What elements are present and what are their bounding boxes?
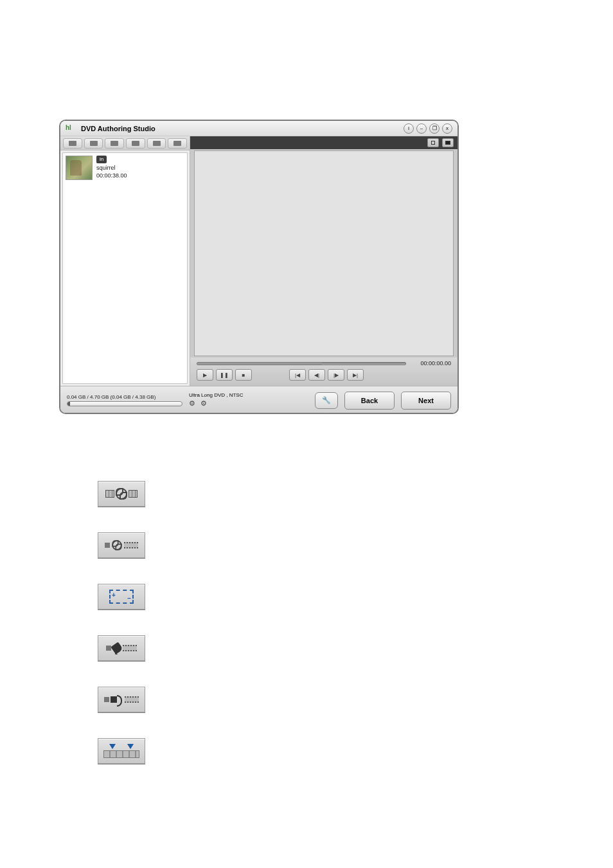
skip-start-button[interactable]: |◀ <box>289 369 306 381</box>
main-area: in squirrel 00:00:38.00 00:00:00.00 <box>60 136 458 386</box>
settings-icon-2[interactable]: ⚙ <box>200 399 209 408</box>
preview-topbar <box>190 136 458 149</box>
step-back-button[interactable]: ◀| <box>308 369 325 381</box>
wrench-icon: 🔧 <box>322 396 331 404</box>
pen-icon <box>111 642 123 654</box>
tab-transition-strip-icon[interactable] <box>84 138 103 149</box>
tab-audio-icon[interactable] <box>147 138 166 149</box>
preview-fullscreen-button[interactable] <box>442 138 454 147</box>
film-right-icon <box>129 490 138 498</box>
filmstrip-icon <box>124 542 138 548</box>
swatch-trim-icon: + − <box>98 584 145 610</box>
filmstrip-icon <box>125 696 139 703</box>
tab-chapter-icon[interactable] <box>168 138 187 149</box>
preview-panel: 00:00:00.00 ▶ ❚❚ ■ |◀ ◀| |▶ ▶| <box>190 136 458 386</box>
app-logo: hl <box>66 124 78 133</box>
swatch-edit-icon <box>98 635 145 661</box>
film-left-icon <box>105 490 114 498</box>
swirl-icon <box>116 488 127 500</box>
swatch-audio-icon <box>98 687 145 712</box>
titlebar: hl DVD Authoring Studio i – ❐ x <box>60 121 458 136</box>
transport-row: ▶ ❚❚ ■ |◀ ◀| |▶ ▶| <box>197 369 451 381</box>
preview-screen[interactable] <box>194 150 454 356</box>
tv-icon <box>445 141 450 145</box>
swirl-icon <box>112 540 121 550</box>
clip-item[interactable]: in squirrel 00:00:38.00 <box>66 156 184 180</box>
plus-icon: + <box>112 592 116 599</box>
swatch-clip-transition-icon <box>98 481 145 507</box>
preview-windowed-button[interactable] <box>427 138 439 147</box>
tab-transition-clip-icon[interactable] <box>63 138 82 149</box>
tab-trim-icon[interactable] <box>105 138 124 149</box>
bottom-bar: 0.04 GB / 4.70 GB (0.04 GB / 4.38 GB) Ul… <box>60 386 458 414</box>
chapter-marks-icon <box>103 744 139 758</box>
speaker-icon <box>111 696 117 703</box>
mode-text: Ultra Long DVD , NTSC <box>189 392 243 398</box>
swatch-chapter-icon <box>98 738 145 764</box>
app-window: hl DVD Authoring Studio i – ❐ x in <box>59 120 459 414</box>
pause-button[interactable]: ❚❚ <box>216 369 233 381</box>
play-button[interactable]: ▶ <box>197 369 213 381</box>
block-left-icon <box>104 697 109 702</box>
clip-name: squirrel <box>96 165 127 171</box>
capacity-text: 0.04 GB / 4.70 GB (0.04 GB / 4.38 GB) <box>67 394 182 400</box>
back-button[interactable]: Back <box>344 392 395 410</box>
clip-thumbnail[interactable] <box>66 156 93 180</box>
block-left-icon <box>105 543 110 548</box>
left-panel-tabs <box>60 136 190 150</box>
clip-meta: in squirrel 00:00:38.00 <box>96 156 127 179</box>
step-forward-button[interactable]: |▶ <box>328 369 344 381</box>
help-button[interactable]: i <box>404 123 414 134</box>
capacity-bar <box>67 401 182 406</box>
trim-box-icon: + − <box>109 590 134 604</box>
skip-end-button[interactable]: ▶| <box>347 369 364 381</box>
capacity-readout: 0.04 GB / 4.70 GB (0.04 GB / 4.38 GB) <box>67 394 182 406</box>
timecode-display: 00:00:00.00 <box>413 360 451 366</box>
tab-edit-icon[interactable] <box>126 138 145 149</box>
clip-duration: 00:00:38.00 <box>96 172 127 179</box>
left-panel: in squirrel 00:00:38.00 <box>60 136 190 386</box>
filmstrip-icon <box>123 645 137 651</box>
close-button[interactable]: x <box>442 123 452 134</box>
stop-button[interactable]: ■ <box>235 369 252 381</box>
minus-icon: − <box>127 595 131 602</box>
swatch-strip-transition-icon <box>98 532 145 558</box>
window-icon <box>431 141 435 145</box>
minimize-button[interactable]: – <box>416 123 427 134</box>
clip-list[interactable]: in squirrel 00:00:38.00 <box>62 152 188 384</box>
clip-in-badge: in <box>96 156 107 163</box>
app-title: DVD Authoring Studio <box>81 125 401 132</box>
settings-icon[interactable]: ⚙ <box>189 399 198 408</box>
next-button[interactable]: Next <box>401 392 451 410</box>
maximize-button[interactable]: ❐ <box>429 123 440 134</box>
mode-readout: Ultra Long DVD , NTSC ⚙ ⚙ <box>189 392 243 408</box>
tools-button[interactable]: 🔧 <box>315 392 338 409</box>
preview-controls: 00:00:00.00 ▶ ❚❚ ■ |◀ ◀| |▶ ▶| <box>190 357 458 386</box>
seek-slider[interactable] <box>197 362 406 365</box>
seek-row: 00:00:00.00 <box>197 360 451 366</box>
